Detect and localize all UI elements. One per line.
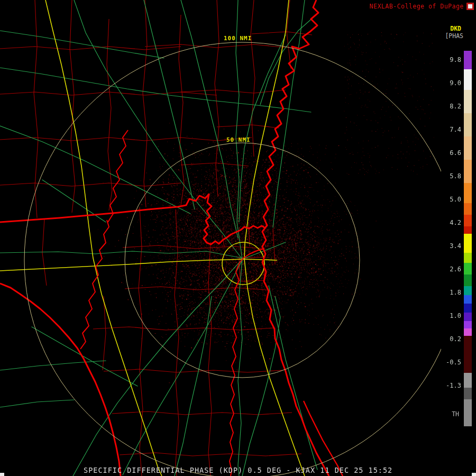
scale-tick-label: 3.4: [439, 242, 461, 250]
colorbar-segment: [464, 203, 472, 215]
scale-tick-label: -0.5: [439, 359, 461, 366]
units-label: [PHAS: [445, 32, 463, 40]
window-corner-mark-right: [472, 473, 476, 476]
scale-tick-label: 9.0: [439, 79, 461, 87]
scale-tick-label: 5.8: [439, 172, 461, 180]
beach-spur: [242, 259, 277, 260]
colorbar-segment: [464, 388, 472, 399]
cod-logo-icon: [466, 3, 474, 10]
colorbar-segment: [464, 226, 472, 234]
beltway-loop: [222, 242, 264, 285]
colorbar-segment: [464, 113, 472, 136]
colorbar-segment: [464, 263, 472, 274]
colorbar-segment: [464, 136, 472, 160]
product-code-label: DKD: [450, 25, 461, 32]
interstate-10: [0, 259, 242, 271]
alapaha-river: [108, 130, 128, 222]
scale-tick-label: 5.0: [439, 196, 461, 203]
colorbar-segment: [464, 69, 472, 90]
colorbar-segment: [464, 399, 472, 426]
colorbar-segment: [464, 328, 472, 336]
scale-tick-label: -1.3: [439, 382, 461, 389]
header: NEXLAB-College of DuPage: [370, 3, 474, 10]
colorbar-segment: [464, 90, 472, 113]
colorbar-segment: [464, 313, 472, 321]
colorbar-segment: [464, 215, 472, 226]
radar-map: 50 NMI 100 NMI: [0, 0, 476, 476]
colorbar-segment: [464, 253, 472, 263]
scale-tick-label: 0.2: [439, 335, 461, 343]
suwannee-river: [80, 220, 109, 349]
scale-tick-label: 6.6: [439, 149, 461, 157]
colorbar-segment: [464, 286, 472, 295]
colorbar-segment: [464, 183, 472, 203]
scale-tick-label: 7.4: [439, 126, 461, 133]
brand-text: NEXLAB-College of DuPage: [370, 3, 464, 10]
range-ring-label-50: 50 NMI: [226, 136, 251, 143]
colorbar-segment: [464, 160, 472, 183]
coast-and-rivers: [0, 0, 343, 476]
colorbar-segment: [464, 304, 472, 313]
colorbar-segment: [464, 336, 472, 373]
scale-tick-label: 4.2: [439, 219, 461, 226]
range-ring-label-100: 100 NMI: [224, 35, 252, 42]
colorbar-segment: [464, 321, 472, 328]
radar-display: 50 NMI 100 NMI DKD [PHAS 9.89.08.27.46.6…: [0, 0, 476, 476]
scale-tick-label: 2.6: [439, 266, 461, 273]
scale-tick-label: 1.0: [439, 312, 461, 319]
scale-tick-label: 9.8: [439, 56, 461, 63]
roads: [0, 0, 317, 476]
colorbar-segment: [464, 295, 472, 304]
colorbar-segment: [464, 274, 472, 286]
colorbar-segment: [464, 51, 472, 69]
status-bar: SPECIFIC DIFFERENTIAL PHASE (KDP) 0.5 DE…: [84, 466, 392, 474]
scale-tick-label: 1.8: [439, 289, 461, 296]
color-scale-panel: DKD [PHAS 9.89.08.27.46.65.85.04.23.42.6…: [441, 0, 476, 476]
scale-bottom-label: TH: [452, 410, 459, 418]
colorbar-segment: [464, 373, 472, 388]
colorbar-segment: [464, 234, 472, 253]
colorbar: [464, 0, 472, 476]
window-corner-mark-left: [0, 473, 4, 476]
scale-tick-label: 8.2: [439, 103, 461, 110]
highways: [0, 0, 305, 476]
